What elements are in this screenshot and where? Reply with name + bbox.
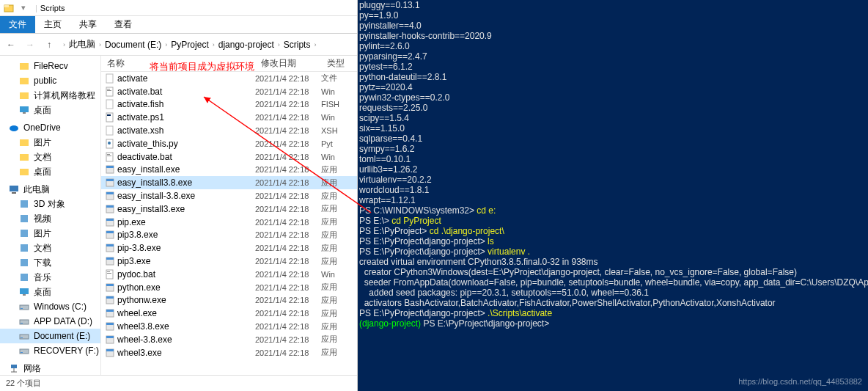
sidebar-item[interactable]: 网络 (0, 361, 100, 375)
terminal-line: created virtual environment CPython3.8.5… (359, 257, 867, 267)
nav-forward-icon[interactable]: → (22, 37, 38, 53)
file-row[interactable]: easy_install3.8.exe2021/1/4 22:18应用 (101, 176, 357, 189)
breadcrumb-item[interactable]: django-project (216, 38, 276, 51)
breadcrumb-item[interactable]: Document (E:) (103, 38, 163, 51)
terminal-line: toml==0.10.1 (359, 154, 867, 164)
drive-icon (19, 302, 29, 312)
file-icon (101, 178, 116, 188)
sidebar-item[interactable]: 音乐 (0, 270, 100, 285)
sidebar-item[interactable]: 图片 (0, 135, 100, 150)
svg-rect-10 (20, 154, 29, 161)
breadcrumb-item[interactable]: PyProject (169, 38, 210, 51)
qa-down-icon[interactable]: ▾ (18, 2, 29, 14)
file-name: activate_this.py (116, 139, 255, 149)
file-row[interactable]: activate.bat2021/1/4 22:18Win (101, 85, 357, 98)
file-date: 2021/1/4 22:18 (255, 296, 321, 304)
breadcrumb-item[interactable]: Scripts (282, 38, 313, 51)
sidebar[interactable]: FileRecvpublic计算机网络教程桌面OneDrive图片文档桌面此电脑… (0, 56, 101, 375)
file-name: wheel3.exe (116, 348, 255, 358)
sidebar-item[interactable]: 桌面 (0, 285, 100, 299)
terminal-line: virtualenv==20.2.2 (359, 175, 867, 185)
svg-rect-9 (20, 139, 29, 146)
file-row[interactable]: wheel.exe2021/1/4 22:18应用 (101, 307, 357, 320)
file-row[interactable]: activate.xsh2021/1/4 22:18XSH (101, 124, 357, 137)
sidebar-item[interactable]: Document (E:) (0, 329, 100, 343)
file-row[interactable]: deactivate.bat2021/1/4 22:18Win (101, 150, 357, 164)
file-row[interactable]: wheel-3.8.exe2021/1/4 22:18应用 (101, 333, 357, 346)
sidebar-item[interactable]: 文档 (0, 150, 100, 164)
sidebar-item[interactable]: Windows (C:) (0, 299, 100, 314)
tab-file[interactable]: 文件 (0, 16, 35, 33)
file-name: easy_install-3.8.exe (116, 191, 255, 201)
nav-back-icon[interactable]: ← (3, 37, 19, 53)
column-headers[interactable]: 名称 修改日期 类型 (101, 56, 357, 72)
sidebar-item[interactable]: OneDrive (0, 120, 100, 135)
col-date[interactable]: 修改日期 (255, 57, 321, 70)
file-row[interactable]: activate.ps12021/1/4 22:18Win (101, 111, 357, 124)
sidebar-item[interactable]: 此电脑 (0, 182, 100, 197)
svg-rect-20 (20, 288, 29, 294)
nav-up-icon[interactable]: ↑ (41, 37, 57, 53)
terminal-line: six==1.15.0 (359, 123, 867, 134)
file-row[interactable]: pythonw.exe2021/1/4 22:18应用 (101, 294, 357, 307)
svg-rect-29 (21, 352, 23, 353)
file-type: Pyt (321, 139, 350, 148)
file-row[interactable]: activate.fish2021/1/4 22:18FISH (101, 98, 357, 112)
file-row[interactable]: pip3.exe2021/1/4 22:18应用 (101, 255, 357, 268)
sidebar-item[interactable]: 桌面 (0, 103, 100, 117)
file-name: activate.fish (116, 99, 255, 109)
file-row[interactable]: python.exe2021/1/4 22:18应用 (101, 281, 357, 294)
file-row[interactable]: easy_install.exe2021/1/4 22:18应用 (101, 164, 357, 177)
svg-rect-15 (21, 215, 28, 222)
file-date: 2021/1/4 22:18 (255, 100, 321, 109)
sidebar-item[interactable]: public (0, 73, 100, 88)
file-explorer-window: ▾ | Scripts 文件 主页 共享 查看 ← → ↑ ›此电脑›Docum… (0, 0, 358, 391)
file-row[interactable]: easy_install3.exe2021/1/4 22:18应用 (101, 202, 357, 216)
sidebar-item[interactable]: RECOVERY (F:) (0, 343, 100, 358)
col-type[interactable]: 类型 (321, 57, 350, 70)
svg-rect-47 (106, 166, 114, 168)
svg-rect-57 (106, 231, 114, 233)
svg-rect-26 (20, 335, 29, 339)
sidebar-item[interactable]: 图片 (0, 226, 100, 241)
drive-icon (19, 346, 29, 356)
file-row[interactable]: wheel3.exe2021/1/4 22:18应用 (101, 346, 357, 359)
sidebar-item[interactable]: 视频 (0, 211, 100, 226)
svg-rect-64 (107, 273, 111, 274)
tab-home[interactable]: 主页 (35, 16, 70, 33)
sidebar-item[interactable]: APP DATA (D:) (0, 314, 100, 329)
terminal-line: urllib3==1.26.2 (359, 164, 867, 175)
tab-view[interactable]: 查看 (106, 16, 141, 33)
file-row[interactable]: pip3.8.exe2021/1/4 22:18应用 (101, 229, 357, 242)
file-row[interactable]: pip-3.8.exe2021/1/4 22:18应用 (101, 241, 357, 255)
sidebar-item[interactable]: 文档 (0, 241, 100, 255)
file-row[interactable]: wheel3.8.exe2021/1/4 22:18应用 (101, 320, 357, 333)
sidebar-item[interactable]: FileRecv (0, 59, 100, 73)
col-name[interactable]: 名称 (101, 57, 255, 70)
sidebar-item[interactable]: 桌面 (0, 164, 100, 179)
file-name: pip.exe (116, 217, 255, 227)
sidebar-item[interactable]: 下载 (0, 255, 100, 270)
file-name: pydoc.bat (116, 269, 255, 279)
file-date: 2021/1/4 22:18 (255, 244, 321, 252)
file-name: wheel-3.8.exe (116, 335, 255, 345)
sidebar-item[interactable]: 计算机网络教程 (0, 88, 100, 103)
svg-rect-44 (107, 154, 110, 155)
file-row[interactable]: activate_this.py2021/1/4 22:18Pyt (101, 137, 357, 150)
breadcrumb-item[interactable]: 此电脑 (67, 37, 98, 52)
file-row[interactable]: activate2021/1/4 22:18文件 (101, 72, 357, 85)
file-icon (101, 99, 116, 109)
file-icon (101, 282, 116, 293)
svg-rect-22 (20, 305, 29, 310)
terminal-line: PS E:\PyProject\django-project> ls (359, 236, 867, 246)
file-row[interactable]: easy_install-3.8.exe2021/1/4 22:18应用 (101, 189, 357, 202)
sidebar-item[interactable]: 3D 对象 (0, 197, 100, 211)
breadcrumb[interactable]: ›此电脑›Document (E:)›PyProject›django-proj… (60, 37, 354, 52)
downloads-icon (19, 257, 29, 268)
file-row[interactable]: pydoc.bat2021/1/4 22:18Win (101, 268, 357, 281)
file-date: 2021/1/4 22:18 (255, 348, 321, 357)
tab-share[interactable]: 共享 (70, 16, 106, 33)
file-row[interactable]: pip.exe2021/1/4 22:18应用 (101, 216, 357, 229)
powershell-terminal[interactable]: pluggy==0.13.1py==1.9.0pyinstaller==4.0p… (358, 0, 868, 391)
file-rows[interactable]: activate2021/1/4 22:18文件activate.bat2021… (101, 72, 357, 375)
